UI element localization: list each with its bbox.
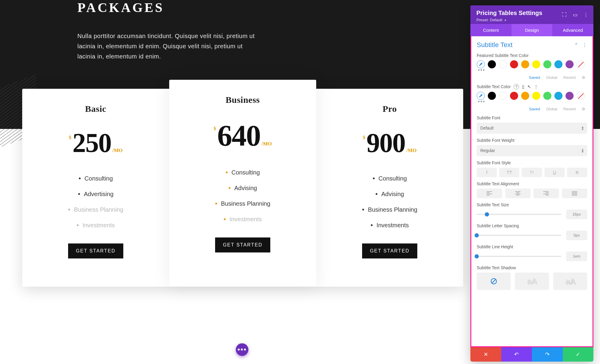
feature-item: Advising <box>375 190 404 198</box>
transparent-swatch[interactable] <box>577 60 585 68</box>
save-button[interactable]: ✓ <box>563 347 594 362</box>
line-height-slider[interactable] <box>477 256 561 257</box>
color-swatch[interactable] <box>532 60 540 68</box>
tablet-icon[interactable]: ▯ <box>522 84 524 89</box>
feature-item: Investments <box>370 221 409 229</box>
feature-item: Consulting <box>79 175 113 182</box>
color-swatch[interactable] <box>499 92 507 100</box>
uppercase-button[interactable]: TT <box>499 168 519 177</box>
weight-value: Regular <box>480 148 495 153</box>
gear-icon[interactable]: ⚙ <box>582 107 585 111</box>
feature-item: Business Planning <box>215 200 270 207</box>
redo-button[interactable]: ↷ <box>532 347 563 362</box>
transparent-swatch[interactable] <box>577 92 585 100</box>
fab-menu-button[interactable]: ••• <box>236 343 248 356</box>
gear-icon[interactable]: ⚙ <box>582 75 585 80</box>
cancel-button[interactable]: ✕ <box>470 347 501 362</box>
letter-spacing-label: Subtitle Letter Spacing <box>477 223 587 228</box>
text-size-value[interactable]: 16px <box>566 210 587 219</box>
align-justify-button[interactable] <box>562 189 587 198</box>
currency-symbol: $ <box>363 135 365 140</box>
strikethrough-button[interactable]: S <box>567 168 587 177</box>
text-shadow-preset-2[interactable]: aA <box>553 273 587 290</box>
color-swatch[interactable] <box>566 60 574 68</box>
color-swatch[interactable] <box>554 92 562 100</box>
color-tab-saved[interactable]: Saved <box>529 107 540 111</box>
color-swatch[interactable] <box>543 60 551 68</box>
letter-spacing-value[interactable]: 0px <box>566 231 587 240</box>
color-tab-saved[interactable]: Saved <box>529 75 540 80</box>
help-icon[interactable]: ? <box>514 84 519 89</box>
color-swatch[interactable] <box>521 60 529 68</box>
font-value: Default <box>480 126 494 130</box>
letter-spacing-slider[interactable] <box>477 235 561 236</box>
subtitle-weight-select[interactable]: Regular ▴▾ <box>477 145 587 156</box>
italic-button[interactable]: I <box>477 168 497 177</box>
tab-design[interactable]: Design <box>512 24 553 36</box>
panel-footer: ✕ ↶ ↷ ✓ <box>470 347 593 362</box>
color-swatch[interactable] <box>566 92 574 100</box>
chevron-up-icon[interactable]: ⌃ <box>574 42 578 48</box>
color-swatch[interactable] <box>554 60 562 68</box>
smallcaps-button[interactable]: Tᴛ <box>522 168 542 177</box>
color-tab-global[interactable]: Global <box>546 75 557 80</box>
color-swatch[interactable] <box>488 92 496 100</box>
chevron-down-icon: ▾ <box>505 19 506 22</box>
price: $250/MO <box>69 130 123 157</box>
featured-subtitle-color-label: Featured Subtitle Text Color <box>477 53 587 58</box>
line-height-label: Subtitle Line Height <box>477 244 587 249</box>
color-swatch[interactable] <box>532 92 540 100</box>
align-left-button[interactable] <box>477 189 502 198</box>
color-swatch[interactable] <box>521 92 529 100</box>
color-tab-recent[interactable]: Recent <box>563 75 576 80</box>
preset-value[interactable]: Default <box>490 18 502 22</box>
expand-icon[interactable]: ⛶ <box>562 12 567 17</box>
panel-header[interactable]: Pricing Tables Settings Preset: Default … <box>470 5 593 24</box>
line-height-value[interactable]: 1em <box>566 252 587 261</box>
subtitle-font-select[interactable]: Default ▴▾ <box>477 123 587 134</box>
color-swatch[interactable] <box>488 60 496 68</box>
color-swatch[interactable] <box>499 60 507 68</box>
select-stepper-icon: ▴▾ <box>582 126 584 131</box>
section-title[interactable]: Subtitle Text <box>477 41 512 49</box>
settings-panel: Pricing Tables Settings Preset: Default … <box>470 5 593 362</box>
color-tab-global[interactable]: Global <box>546 107 557 111</box>
align-right-button[interactable] <box>533 189 559 198</box>
feature-item: Investments <box>76 221 115 229</box>
color-swatch[interactable] <box>543 92 551 100</box>
tab-advanced[interactable]: Advanced <box>552 24 593 36</box>
hover-icon[interactable]: ↖ <box>527 84 531 89</box>
get-started-button[interactable]: GET STARTED <box>362 243 417 258</box>
text-shadow-preset-1[interactable]: aA <box>515 273 549 290</box>
feature-list: ConsultingAdvisingBusiness PlanningInves… <box>362 175 417 229</box>
text-shadow-none[interactable] <box>477 273 511 290</box>
price-amount: 900 <box>367 130 405 157</box>
options-menu-icon[interactable]: ⋮ <box>534 84 538 89</box>
text-size-slider[interactable] <box>477 214 561 215</box>
plan-name: Basic <box>85 104 106 114</box>
get-started-button[interactable]: GET STARTED <box>215 237 270 252</box>
color-swatch[interactable] <box>510 60 518 68</box>
svg-line-1 <box>492 279 496 283</box>
plan-name: Pro <box>382 104 397 114</box>
color-swatch[interactable] <box>510 92 518 100</box>
currency-symbol: $ <box>69 135 71 140</box>
feature-item: Consulting <box>373 175 407 182</box>
tab-content[interactable]: Content <box>470 24 512 36</box>
section-menu-icon[interactable]: ⋮ <box>582 42 587 48</box>
feature-item: Investments <box>224 215 262 223</box>
panel-tabs: ContentDesignAdvanced <box>470 24 593 36</box>
align-center-button[interactable] <box>505 189 531 198</box>
feature-list: ConsultingAdvisingBusiness PlanningInves… <box>215 169 270 223</box>
more-icon[interactable]: ⋮ <box>583 12 589 17</box>
underline-button[interactable]: U <box>544 168 565 177</box>
get-started-button[interactable]: GET STARTED <box>68 243 123 258</box>
currency-symbol: $ <box>214 126 216 131</box>
responsive-icon[interactable]: ▭ <box>572 12 578 17</box>
price-period: /MO <box>112 148 123 154</box>
undo-button[interactable]: ↶ <box>501 347 532 362</box>
color-tab-recent[interactable]: Recent <box>563 107 576 111</box>
price-period: /MO <box>406 148 417 154</box>
feature-item: Consulting <box>226 169 260 176</box>
price: $640/MO <box>214 121 272 151</box>
